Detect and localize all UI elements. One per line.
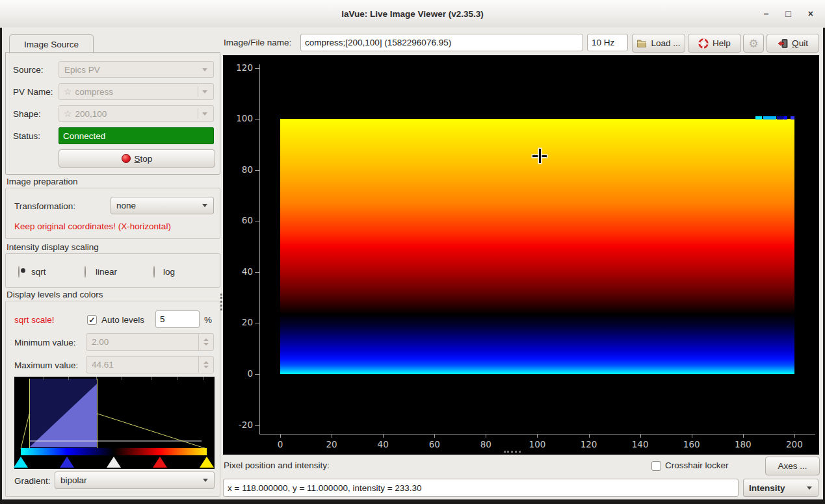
y-axis-tick	[255, 221, 259, 221]
image-file-label: Image/File name:	[224, 38, 291, 48]
splitter-handle[interactable]	[504, 451, 521, 453]
x-axis-tick-label: 0	[266, 439, 295, 449]
y-axis-tick-label: 100	[223, 113, 253, 123]
shape-value: 200,100	[75, 109, 198, 119]
help-button[interactable]: Help	[688, 34, 741, 53]
settings-button[interactable]: ⚙	[743, 34, 764, 53]
chevron-down-icon	[807, 486, 812, 490]
exit-door-icon	[778, 38, 788, 49]
window-controls: – □ ×	[764, 0, 813, 27]
x-axis-tick	[589, 434, 590, 438]
image-anomaly-segment	[791, 116, 794, 120]
minimum-value-label: Minimum value:	[14, 338, 76, 348]
folder-icon	[636, 38, 647, 49]
image-anomaly-segment	[783, 116, 787, 120]
chevron-down-icon	[203, 479, 208, 482]
spinbox-arrows-icon[interactable]	[198, 334, 213, 350]
x-axis-tick-label: 80	[471, 439, 500, 449]
image-anomaly-segment	[777, 116, 783, 120]
crosshair-locker-checkbox[interactable]	[651, 461, 661, 471]
x-axis-tick	[434, 434, 435, 438]
x-axis-tick	[537, 434, 538, 438]
colormap-bar[interactable]	[21, 448, 207, 455]
radio-log[interactable]	[153, 266, 155, 278]
percent-label: %	[204, 315, 212, 325]
load-button[interactable]: Load ...	[632, 34, 685, 53]
close-button[interactable]: ×	[808, 9, 813, 18]
x-axis-tick-label: 60	[420, 439, 449, 449]
gear-icon: ⚙	[748, 37, 758, 50]
auto-levels-label: Auto levels	[101, 315, 144, 325]
x-axis-tick-label: 200	[780, 439, 809, 449]
image-preparation-header: Image preparation	[7, 177, 78, 186]
image-file-input[interactable]	[300, 34, 583, 51]
source-value: Epics PV	[59, 65, 202, 75]
x-axis-tick-label: 120	[575, 439, 603, 449]
scale-note: sqrt scale!	[14, 315, 55, 325]
radio-log-label: log	[163, 267, 175, 277]
y-axis-tick-label: 40	[223, 266, 253, 277]
splitter-handle[interactable]	[220, 294, 222, 310]
quit-button[interactable]: Quit	[766, 34, 819, 53]
gradient-label: Gradient:	[14, 476, 51, 486]
record-circle-icon	[122, 154, 131, 163]
help-button-label: Help	[713, 38, 731, 48]
axes-button[interactable]: Axes ...	[765, 457, 820, 475]
minimum-value: 2.00	[86, 337, 198, 347]
radio-sqrt[interactable]	[18, 266, 20, 278]
x-axis-tick	[332, 434, 332, 438]
transformation-label: Transformation:	[14, 201, 75, 212]
x-axis-tick	[692, 434, 692, 438]
x-axis-tick	[280, 434, 281, 438]
stop-button-label: Stop	[135, 154, 153, 164]
display-levels-header: Display levels and colors	[7, 290, 103, 299]
star-icon: ☆	[59, 108, 75, 119]
x-axis-tick-label: 20	[317, 439, 346, 449]
pv-name-select[interactable]: ☆ compress	[59, 83, 214, 100]
divider	[198, 86, 198, 97]
y-axis-tick	[255, 323, 259, 323]
y-axis-tick-label: 80	[223, 164, 253, 175]
maximize-button[interactable]: □	[785, 9, 791, 18]
y-axis-tick	[255, 170, 259, 171]
pv-name-value: compress	[75, 87, 198, 97]
histogram-levels-widget[interactable]	[14, 377, 215, 469]
source-select[interactable]: Epics PV	[59, 61, 214, 78]
x-axis-tick-label: 100	[523, 439, 551, 449]
image-anomaly-segment	[755, 116, 762, 120]
display-mode-select[interactable]: Intensity	[743, 479, 818, 497]
histogram-axis-tick	[151, 377, 151, 380]
shape-select[interactable]: ☆ 200,100	[59, 105, 214, 122]
title-bar[interactable]: laVue: Live Image Viewer (v2.35.3)	[0, 0, 825, 28]
gradient-value: bipolar	[55, 475, 203, 485]
y-axis-line	[259, 64, 260, 434]
radio-linear[interactable]	[85, 266, 86, 278]
stop-button[interactable]: Stop	[59, 149, 215, 168]
auto-levels-percent-input[interactable]	[155, 310, 200, 328]
pixel-position-input[interactable]	[223, 479, 739, 497]
axes-button-label: Axes ...	[778, 461, 807, 471]
y-axis-tick	[255, 68, 259, 69]
x-axis-tick-label: 140	[626, 439, 655, 449]
spinbox-arrows-icon[interactable]	[198, 357, 213, 373]
chevron-down-icon	[202, 90, 207, 94]
y-axis-tick	[255, 119, 259, 120]
coordinates-warning: Keep original coordinates! (X-horizontal…	[14, 221, 171, 232]
auto-levels-checkbox[interactable]: ✓	[87, 315, 97, 325]
maximum-value-spinbox[interactable]: 44.61	[86, 356, 214, 373]
transformation-select[interactable]: none	[111, 197, 214, 214]
y-axis-tick	[255, 374, 259, 375]
plot-area[interactable]: 120100806040200-200204060801001201401601…	[223, 55, 819, 455]
shape-label: Shape:	[13, 109, 41, 120]
gradient-select[interactable]: bipolar	[55, 472, 215, 489]
application-window: laVue: Live Image Viewer (v2.35.3) – □ ×…	[0, 0, 825, 504]
x-axis-tick	[383, 434, 384, 438]
crosshair-locker-label: Crosshair locker	[665, 460, 729, 471]
refresh-rate-input[interactable]	[587, 34, 628, 51]
tab-image-source[interactable]: Image Source	[9, 34, 94, 53]
x-axis-tick	[640, 434, 641, 438]
minimum-value-spinbox[interactable]: 2.00	[86, 333, 214, 351]
maximum-value: 44.61	[86, 360, 198, 370]
minimize-button[interactable]: –	[764, 9, 769, 18]
y-axis-tick-label: -20	[223, 420, 253, 430]
